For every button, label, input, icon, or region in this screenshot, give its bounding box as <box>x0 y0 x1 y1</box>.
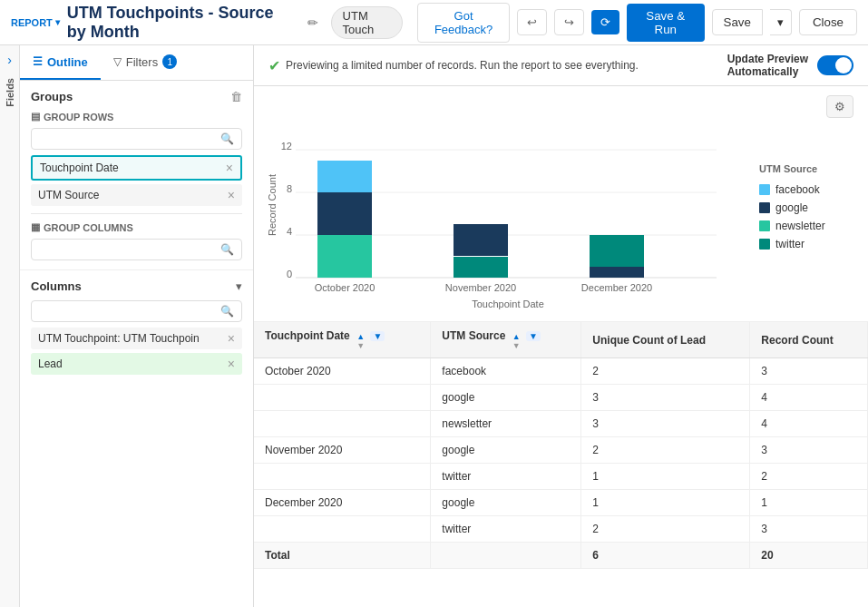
group-rows-label: ▤ GROUP ROWS <box>31 111 242 122</box>
groups-header: Groups 🗑 <box>31 90 242 103</box>
outline-icon: ☰ <box>33 55 43 68</box>
cell-record-count: 4 <box>750 385 868 411</box>
cell-record-count: 3 <box>750 358 868 385</box>
groups-section: Groups 🗑 ▤ GROUP ROWS 🔍 Touchpoint Date … <box>20 81 253 269</box>
column-item-label: Lead <box>38 357 63 370</box>
report-label: REPORT ▾ <box>11 17 60 28</box>
report-chevron-icon[interactable]: ▾ <box>55 17 60 27</box>
redo-button[interactable]: ↪ <box>554 9 584 35</box>
cell-source: twitter <box>431 516 581 543</box>
column-item-utm-touchpoint[interactable]: UTM Touchpoint: UTM Touchpoin × <box>31 328 242 349</box>
table-row: October 2020 facebook 2 3 <box>254 358 868 385</box>
remove-utm-source-icon[interactable]: × <box>228 188 235 202</box>
sort-utm-icon[interactable]: ▲▼ <box>512 332 521 350</box>
add-group-text-input[interactable] <box>39 132 220 145</box>
close-button[interactable]: Close <box>799 9 857 35</box>
add-column-text-input[interactable] <box>39 305 220 318</box>
preview-message: ✔ Previewing a limited number of records… <box>268 57 639 74</box>
tab-name-badge: UTM Touch <box>331 6 404 39</box>
tab-outline[interactable]: ☰ Outline <box>20 45 101 80</box>
edit-icon[interactable]: ✏ <box>307 15 318 30</box>
legend-item-facebook: facebook <box>759 183 850 196</box>
left-content: ☰ Outline ▽ Filters 1 Groups 🗑 ▤ GROUP R… <box>20 45 253 607</box>
svg-text:December 2020: December 2020 <box>581 282 652 293</box>
save-button[interactable]: Save <box>712 9 763 35</box>
save-dropdown-button[interactable]: ▾ <box>770 9 792 35</box>
refresh-button[interactable]: ⟳ <box>591 10 619 34</box>
legend-color-facebook <box>759 184 770 195</box>
group-rows-list: Touchpoint Date × UTM Source × <box>31 155 242 206</box>
columns-icon: ▦ <box>31 221 40 233</box>
cell-date: December 2020 <box>254 490 431 516</box>
left-panel-wrapper: › Fields ☰ Outline ▽ Filters 1 Groups <box>0 45 254 607</box>
sort-touchpoint-icon[interactable]: ▲▼ <box>356 332 365 350</box>
undo-button[interactable]: ↩ <box>517 9 547 35</box>
group-item-touchpoint-date[interactable]: Touchpoint Date × <box>31 155 242 181</box>
col-unique-lead: Unique Count of Lead <box>581 322 750 358</box>
search-col-icon: 🔍 <box>220 243 234 256</box>
cell-source: google <box>431 490 581 516</box>
col-record-count: Record Count <box>750 322 868 358</box>
add-column-input[interactable]: 🔍 <box>31 300 242 322</box>
svg-text:8: 8 <box>287 183 292 194</box>
columns-title: Columns <box>31 279 82 293</box>
cell-record-count: 4 <box>750 411 868 437</box>
left-nav: › Fields <box>0 45 20 607</box>
remove-lead-icon[interactable]: × <box>228 357 235 371</box>
legend-item-newsletter: newsletter <box>759 220 850 232</box>
bar-oct-google <box>317 192 372 235</box>
filter-icon: ▽ <box>113 55 122 68</box>
collapse-arrow-icon[interactable]: › <box>7 53 12 67</box>
cell-unique-lead: 2 <box>581 437 750 464</box>
cell-source: google <box>431 437 581 464</box>
table-row: google 3 4 <box>254 385 868 411</box>
columns-dropdown-icon[interactable]: ▾ <box>236 279 242 293</box>
table-container: Touchpoint Date ▲▼ ▼ UTM Source ▲▼ ▼ Uni… <box>254 322 868 607</box>
cell-total-record-count: 20 <box>750 543 868 569</box>
add-group-input-rows[interactable]: 🔍 <box>31 128 242 150</box>
feedback-button[interactable]: Got Feedback? <box>417 3 510 43</box>
save-run-button[interactable]: Save & Run <box>627 4 705 42</box>
cell-source: twitter <box>431 464 581 490</box>
cell-source: newsletter <box>431 411 581 437</box>
columns-section: Columns ▾ 🔍 UTM Touchpoint: UTM Touchpoi… <box>20 269 253 387</box>
legend-label-google: google <box>775 201 808 214</box>
legend-item-twitter: twitter <box>759 238 850 250</box>
legend-color-newsletter <box>759 220 770 231</box>
add-group-col-text-input[interactable] <box>39 243 220 256</box>
add-group-input-columns[interactable]: 🔍 <box>31 239 242 260</box>
tab-filters[interactable]: ▽ Filters 1 <box>101 45 190 80</box>
delete-groups-icon[interactable]: 🗑 <box>230 90 242 103</box>
remove-touchpoint-date-icon[interactable]: × <box>226 161 233 175</box>
chart-container: Record Count 0 4 8 12 <box>263 101 850 312</box>
cell-unique-lead: 3 <box>581 411 750 437</box>
cell-record-count: 3 <box>750 437 868 464</box>
y-axis-label: Record Count <box>267 174 278 236</box>
column-items-list: UTM Touchpoint: UTM Touchpoin × Lead × <box>31 328 242 375</box>
svg-text:Touchpoint Date: Touchpoint Date <box>472 299 544 309</box>
group-item-label: Touchpoint Date <box>40 162 226 174</box>
auto-update-toggle[interactable] <box>817 55 853 75</box>
rows-icon: ▤ <box>31 111 40 122</box>
legend-color-twitter <box>759 239 770 250</box>
preview-text: Previewing a limited number of records. … <box>286 59 639 72</box>
bar-nov-twitter <box>454 257 508 278</box>
cell-date <box>254 516 431 543</box>
column-item-label: UTM Touchpoint: UTM Touchpoin <box>38 332 200 345</box>
col-touchpoint-date: Touchpoint Date ▲▼ ▼ <box>254 322 431 358</box>
search-icon: 🔍 <box>220 132 234 145</box>
legend-item-google: google <box>759 201 850 214</box>
group-columns-label: ▦ GROUP COLUMNS <box>31 221 242 233</box>
chart-inner: Record Count 0 4 8 12 <box>263 101 750 312</box>
column-item-lead[interactable]: Lead × <box>31 353 242 375</box>
bar-dec-google <box>590 267 644 278</box>
chart-settings-button[interactable]: ⚙ <box>826 95 853 118</box>
filter-utm-button[interactable]: ▼ <box>526 331 541 341</box>
group-item-utm-source[interactable]: UTM Source × <box>31 184 242 206</box>
preview-right: Update Preview Automatically <box>727 53 853 78</box>
data-table: Touchpoint Date ▲▼ ▼ UTM Source ▲▼ ▼ Uni… <box>254 322 868 569</box>
top-bar: REPORT ▾ UTM Touchpoints - Source by Mon… <box>0 0 868 45</box>
filter-touchpoint-button[interactable]: ▼ <box>370 331 385 341</box>
table-row: twitter 2 3 <box>254 516 868 543</box>
remove-utm-touchpoint-icon[interactable]: × <box>228 331 235 346</box>
